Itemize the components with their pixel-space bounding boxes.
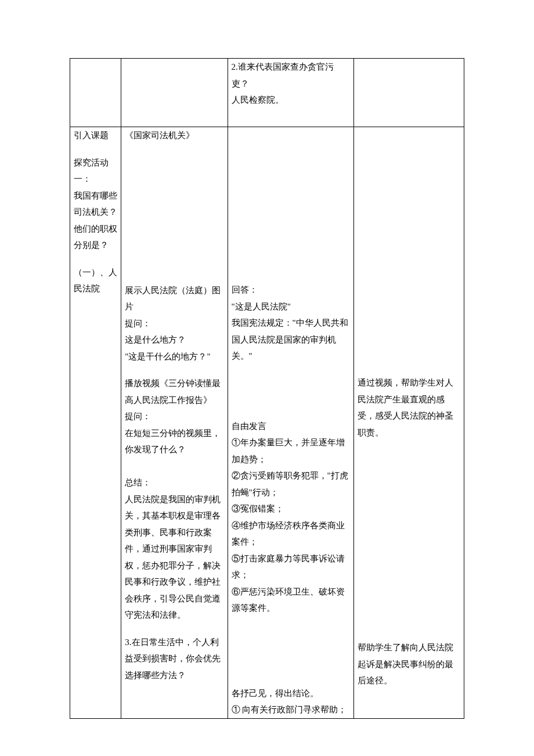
- cell-col1: [70, 59, 121, 127]
- spacer: [232, 154, 350, 185]
- teacher-activity: 展示人民法院（法庭）图片 提问： 这是什么地方？ "这是干什么的地方？": [125, 282, 223, 365]
- table-row: 2.谁来代表国家查办贪官污吏？ 人民检察院。: [70, 59, 464, 127]
- lesson-plan-table: 2.谁来代表国家查办贪官污吏？ 人民检察院。 引入课题 探究活动一： 我国有哪些…: [70, 58, 464, 719]
- table-row: 引入课题 探究活动一： 我国有哪些司法机关？他们的职权分别是？ （一）、人民法院…: [70, 127, 464, 719]
- cell-col2: 《国家司法机关》 展示人民法院（法庭）图片 提问： 这是什么地方？ "这是干什么…: [121, 127, 228, 719]
- cell-col3: 2.谁来代表国家查办贪官污吏？ 人民检察院。: [228, 59, 353, 127]
- design-intent: 帮助学生了解向人民法院起诉是解决民事纠纷的最后途径。: [358, 639, 460, 689]
- cell-col2: [121, 59, 228, 127]
- section-label: 引入课题: [74, 127, 117, 144]
- spacer: [125, 196, 223, 272]
- cell-col4: 通过视频，帮助学生对人民法院产生最直观的感受，感受人民法院的神圣职责。 帮助学生…: [353, 127, 464, 719]
- spacer: [358, 451, 460, 629]
- student-activity: 各抒己见，得出结论。 ① 向有关行政部门寻求帮助；: [232, 685, 350, 718]
- spacer: [232, 375, 350, 408]
- student-activity: 回答： "这是人民法院" 我国宪法规定："中华人民共和国人民法院是国家的审判机关…: [232, 282, 350, 365]
- spacer: [232, 196, 350, 271]
- cell-col1: 引入课题 探究活动一： 我国有哪些司法机关？他们的职权分别是？ （一）、人民法院: [70, 127, 121, 719]
- section-label: （一）、人民法院: [74, 264, 117, 297]
- spacer: [232, 127, 350, 143]
- spacer: [358, 154, 460, 185]
- teacher-activity: 3.在日常生活中，个人利益受到损害时，你会优先选择哪些方法？: [125, 634, 223, 684]
- section-label: 探究活动一： 我国有哪些司法机关？他们的职权分别是？: [74, 154, 117, 254]
- cell-text: 2.谁来代表国家查办贪官污吏？ 人民检察院。: [232, 59, 350, 109]
- student-activity: 自由发言 ①年办案量巨大，并呈逐年增加趋势； ②贪污受贿等职务犯罪，"打虎拍蝇"…: [232, 418, 350, 617]
- teacher-activity: 播放视频《三分钟读懂最高人民法院工作报告》 提问： 在短短三分钟的视频里，你发现…: [125, 375, 223, 624]
- spacer: [358, 196, 460, 271]
- spacer: [125, 154, 223, 186]
- cell-col4: [353, 59, 464, 127]
- cell-col3: 回答： "这是人民法院" 我国宪法规定："中华人民共和国人民法院是国家的审判机关…: [228, 127, 353, 719]
- teacher-activity: 《国家司法机关》: [125, 127, 223, 144]
- spacer: [358, 127, 460, 143]
- design-intent: 通过视频，帮助学生对人民法院产生最直观的感受，感受人民法院的神圣职责。: [358, 375, 460, 441]
- spacer: [232, 627, 350, 675]
- spacer: [358, 282, 460, 364]
